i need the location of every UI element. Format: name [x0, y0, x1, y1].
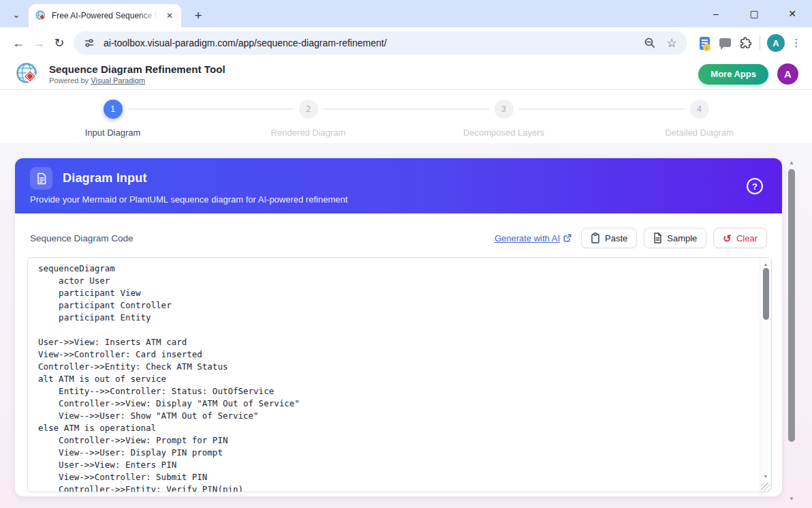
app-header: Sequence Diagram Refinement Tool Powered…	[0, 59, 812, 90]
undo-icon: ↺	[723, 233, 732, 243]
diagram-input-card: Diagram Input Provide your Mermaid or Pl…	[15, 158, 782, 496]
docs-extension-icon[interactable]: ↓	[694, 33, 715, 53]
window-minimize-icon[interactable]: –	[706, 4, 726, 23]
panel-subtitle: Provide your Mermaid or PlantUML sequenc…	[30, 194, 767, 205]
toolbar-divider	[760, 36, 760, 50]
bookmark-star-icon[interactable]: ☆	[664, 35, 679, 50]
page-content: Diagram Input Provide your Mermaid or Pl…	[0, 143, 812, 508]
extensions-puzzle-icon[interactable]	[735, 33, 755, 53]
more-apps-button[interactable]: More Apps	[698, 64, 768, 85]
url-text[interactable]: ai-toolbox.visual-paradigm.com/app/seque…	[104, 38, 636, 48]
scroll-up-icon[interactable]: ▲	[760, 259, 771, 269]
step-label: Input Diagram	[85, 128, 141, 138]
step-number: 3	[495, 100, 514, 119]
document-icon	[30, 167, 52, 190]
reload-icon[interactable]: ↻	[49, 33, 69, 53]
step-number: 2	[299, 100, 318, 119]
panel-title: Diagram Input	[63, 171, 147, 185]
paste-button[interactable]: Paste	[581, 228, 637, 248]
step-rendered-diagram[interactable]: 2 Rendered Diagram	[210, 90, 406, 143]
user-avatar[interactable]: A	[777, 63, 798, 85]
app-title: Sequence Diagram Refinement Tool	[49, 63, 225, 75]
browser-tab[interactable]: Free AI-Powered Sequence Diag ✕	[29, 4, 181, 27]
scroll-down-icon[interactable]: ▼	[788, 496, 795, 502]
document-icon	[653, 233, 662, 243]
browser-menu-kebab-icon[interactable]: ⋮	[787, 34, 805, 52]
scroll-up-icon[interactable]: ▲	[788, 160, 795, 166]
step-decomposed-layers[interactable]: 3 Decomposed Layers	[406, 90, 602, 143]
browser-profile-avatar[interactable]: A	[767, 34, 785, 52]
stepper: 1 Input Diagram 2 Rendered Diagram 3 Dec…	[0, 90, 812, 143]
window-close-icon[interactable]: ✕	[782, 4, 802, 23]
code-header: Sequence Diagram Code Generate with AI P…	[30, 228, 767, 248]
window-controls: – ▢ ✕	[706, 4, 802, 23]
step-detailed-diagram[interactable]: 4 Detailed Diagram	[602, 90, 797, 143]
forward-icon: →	[29, 33, 49, 53]
zoom-out-icon[interactable]	[642, 35, 657, 50]
new-tab-button[interactable]: +	[189, 7, 207, 25]
step-label: Decomposed Layers	[463, 128, 544, 138]
sample-button[interactable]: Sample	[644, 228, 706, 248]
comment-extension-icon[interactable]	[715, 33, 735, 53]
step-label: Detailed Diagram	[665, 128, 733, 138]
visual-paradigm-link[interactable]: Visual Paradigm	[91, 76, 145, 85]
step-input-diagram[interactable]: 1 Input Diagram	[15, 90, 210, 143]
generate-with-ai-link[interactable]: Generate with AI	[495, 233, 572, 243]
help-icon[interactable]: ?	[747, 178, 763, 194]
site-settings-tune-icon[interactable]	[82, 35, 97, 50]
back-icon[interactable]: ←	[8, 33, 29, 53]
page-scrollbar-thumb[interactable]	[788, 169, 795, 442]
powered-by: Powered by Visual Paradigm	[49, 76, 225, 85]
editor-scrollbar[interactable]: ▲ ▼	[760, 258, 771, 492]
window-maximize-icon[interactable]: ▢	[744, 4, 764, 23]
code-editor[interactable]: sequenceDiagram actor User participant V…	[27, 257, 772, 492]
step-number: 1	[104, 100, 123, 119]
browser-toolbar: ← → ↻ ai-toolbox.visual-paradigm.com/app…	[0, 27, 812, 59]
tab-title: Free AI-Powered Sequence Diag	[52, 11, 158, 20]
tab-favicon-visual-paradigm-icon	[35, 10, 46, 21]
page-scrollbar[interactable]: ▲ ▼	[786, 160, 797, 496]
scroll-down-icon[interactable]: ▼	[760, 471, 771, 481]
diagram-input-banner: Diagram Input Provide your Mermaid or Pl…	[15, 158, 782, 213]
external-link-icon	[563, 234, 572, 242]
visual-paradigm-logo	[15, 61, 40, 87]
textarea-resize-grip[interactable]	[761, 483, 770, 491]
tab-close-icon[interactable]: ✕	[163, 10, 176, 22]
editor-actions: Generate with AI Paste Sample	[495, 228, 767, 248]
clear-button[interactable]: ↺ Clear	[713, 228, 767, 248]
step-number: 4	[690, 100, 709, 119]
clipboard-icon	[591, 233, 600, 243]
code-text[interactable]: sequenceDiagram actor User participant V…	[28, 258, 759, 492]
step-label: Rendered Diagram	[271, 128, 346, 138]
address-bar[interactable]: ai-toolbox.visual-paradigm.com/app/seque…	[74, 31, 687, 55]
editor-scrollbar-thumb[interactable]	[763, 268, 769, 320]
browser-titlebar: ⌄ Free AI-Powered Sequence Diag ✕ + – ▢ …	[0, 0, 812, 27]
section-label: Sequence Diagram Code	[30, 233, 134, 243]
tab-search-chevron-icon[interactable]: ⌄	[7, 5, 26, 23]
